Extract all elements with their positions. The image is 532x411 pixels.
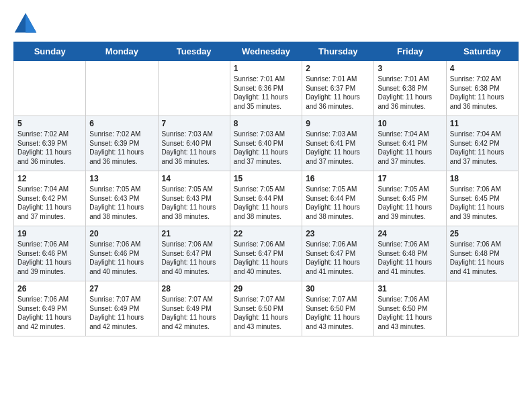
calendar-cell: 25Sunrise: 7:06 AM Sunset: 6:48 PM Dayli… xyxy=(446,226,518,281)
day-info: Sunrise: 7:02 AM Sunset: 6:39 PM Dayligh… xyxy=(17,130,82,166)
day-number: 28 xyxy=(162,284,226,293)
calendar-cell: 29Sunrise: 7:07 AM Sunset: 6:50 PM Dayli… xyxy=(230,281,302,336)
day-number: 12 xyxy=(17,174,82,183)
calendar-cell: 24Sunrise: 7:06 AM Sunset: 6:48 PM Dayli… xyxy=(374,226,446,281)
calendar-week-row: 5Sunrise: 7:02 AM Sunset: 6:39 PM Daylig… xyxy=(14,116,519,171)
day-number: 30 xyxy=(306,284,370,293)
calendar-cell: 19Sunrise: 7:06 AM Sunset: 6:46 PM Dayli… xyxy=(14,226,86,281)
day-info: Sunrise: 7:05 AM Sunset: 6:43 PM Dayligh… xyxy=(162,185,226,221)
weekday-header-thursday: Thursday xyxy=(302,42,374,61)
calendar-cell: 18Sunrise: 7:06 AM Sunset: 6:45 PM Dayli… xyxy=(446,171,518,226)
day-info: Sunrise: 7:06 AM Sunset: 6:47 PM Dayligh… xyxy=(162,240,226,276)
header xyxy=(13,11,519,35)
day-number: 22 xyxy=(234,229,298,238)
calendar-cell: 23Sunrise: 7:06 AM Sunset: 6:47 PM Dayli… xyxy=(302,226,374,281)
day-number: 24 xyxy=(378,229,442,238)
calendar-header-row: SundayMondayTuesdayWednesdayThursdayFrid… xyxy=(14,42,519,61)
calendar-cell: 8Sunrise: 7:03 AM Sunset: 6:40 PM Daylig… xyxy=(230,116,302,171)
calendar-cell xyxy=(158,61,230,116)
calendar-cell xyxy=(446,281,518,336)
day-number: 9 xyxy=(306,119,370,128)
page: SundayMondayTuesdayWednesdayThursdayFrid… xyxy=(0,0,532,411)
svg-marker-1 xyxy=(26,13,36,33)
day-info: Sunrise: 7:06 AM Sunset: 6:46 PM Dayligh… xyxy=(89,240,154,276)
calendar-cell: 27Sunrise: 7:07 AM Sunset: 6:49 PM Dayli… xyxy=(86,281,158,336)
day-info: Sunrise: 7:06 AM Sunset: 6:50 PM Dayligh… xyxy=(378,295,442,331)
weekday-header-tuesday: Tuesday xyxy=(158,42,230,61)
day-info: Sunrise: 7:01 AM Sunset: 6:37 PM Dayligh… xyxy=(306,75,370,111)
calendar-cell: 2Sunrise: 7:01 AM Sunset: 6:37 PM Daylig… xyxy=(302,61,374,116)
calendar-cell: 31Sunrise: 7:06 AM Sunset: 6:50 PM Dayli… xyxy=(374,281,446,336)
calendar-cell: 22Sunrise: 7:06 AM Sunset: 6:47 PM Dayli… xyxy=(230,226,302,281)
day-number: 13 xyxy=(89,174,154,183)
day-number: 7 xyxy=(162,119,226,128)
day-info: Sunrise: 7:07 AM Sunset: 6:50 PM Dayligh… xyxy=(306,295,370,331)
calendar-week-row: 19Sunrise: 7:06 AM Sunset: 6:46 PM Dayli… xyxy=(14,226,519,281)
calendar-week-row: 12Sunrise: 7:04 AM Sunset: 6:42 PM Dayli… xyxy=(14,171,519,226)
day-number: 14 xyxy=(162,174,226,183)
day-info: Sunrise: 7:07 AM Sunset: 6:49 PM Dayligh… xyxy=(162,295,226,331)
calendar-table: SundayMondayTuesdayWednesdayThursdayFrid… xyxy=(13,42,519,336)
calendar-cell xyxy=(14,61,86,116)
calendar-cell: 21Sunrise: 7:06 AM Sunset: 6:47 PM Dayli… xyxy=(158,226,230,281)
day-number: 2 xyxy=(306,64,370,73)
calendar-cell: 16Sunrise: 7:05 AM Sunset: 6:44 PM Dayli… xyxy=(302,171,374,226)
day-info: Sunrise: 7:06 AM Sunset: 6:49 PM Dayligh… xyxy=(17,295,82,331)
day-number: 6 xyxy=(89,119,154,128)
day-info: Sunrise: 7:06 AM Sunset: 6:46 PM Dayligh… xyxy=(17,240,82,276)
calendar-cell: 15Sunrise: 7:05 AM Sunset: 6:44 PM Dayli… xyxy=(230,171,302,226)
day-number: 21 xyxy=(162,229,226,238)
day-number: 26 xyxy=(17,284,82,293)
day-number: 10 xyxy=(378,119,442,128)
day-info: Sunrise: 7:03 AM Sunset: 6:41 PM Dayligh… xyxy=(306,130,370,166)
day-info: Sunrise: 7:06 AM Sunset: 6:48 PM Dayligh… xyxy=(378,240,442,276)
day-info: Sunrise: 7:06 AM Sunset: 6:45 PM Dayligh… xyxy=(450,185,515,221)
calendar-cell: 12Sunrise: 7:04 AM Sunset: 6:42 PM Dayli… xyxy=(14,171,86,226)
calendar-cell: 4Sunrise: 7:02 AM Sunset: 6:38 PM Daylig… xyxy=(446,61,518,116)
day-number: 15 xyxy=(234,174,298,183)
calendar-week-row: 26Sunrise: 7:06 AM Sunset: 6:49 PM Dayli… xyxy=(14,281,519,336)
day-number: 31 xyxy=(378,284,442,293)
calendar-cell: 10Sunrise: 7:04 AM Sunset: 6:41 PM Dayli… xyxy=(374,116,446,171)
calendar-cell xyxy=(86,61,158,116)
day-number: 8 xyxy=(234,119,298,128)
weekday-header-friday: Friday xyxy=(374,42,446,61)
day-info: Sunrise: 7:04 AM Sunset: 6:42 PM Dayligh… xyxy=(450,130,515,166)
day-info: Sunrise: 7:06 AM Sunset: 6:47 PM Dayligh… xyxy=(234,240,298,276)
day-number: 29 xyxy=(234,284,298,293)
weekday-header-monday: Monday xyxy=(86,42,158,61)
day-number: 27 xyxy=(89,284,154,293)
logo xyxy=(13,11,40,35)
day-number: 25 xyxy=(450,229,515,238)
weekday-header-wednesday: Wednesday xyxy=(230,42,302,61)
day-info: Sunrise: 7:01 AM Sunset: 6:36 PM Dayligh… xyxy=(234,75,298,111)
calendar-cell: 17Sunrise: 7:05 AM Sunset: 6:45 PM Dayli… xyxy=(374,171,446,226)
day-number: 18 xyxy=(450,174,515,183)
calendar-cell: 7Sunrise: 7:03 AM Sunset: 6:40 PM Daylig… xyxy=(158,116,230,171)
weekday-header-sunday: Sunday xyxy=(14,42,86,61)
day-number: 19 xyxy=(17,229,82,238)
calendar-cell: 3Sunrise: 7:01 AM Sunset: 6:38 PM Daylig… xyxy=(374,61,446,116)
calendar-cell: 11Sunrise: 7:04 AM Sunset: 6:42 PM Dayli… xyxy=(446,116,518,171)
calendar-week-row: 1Sunrise: 7:01 AM Sunset: 6:36 PM Daylig… xyxy=(14,61,519,116)
day-number: 17 xyxy=(378,174,442,183)
calendar-cell: 13Sunrise: 7:05 AM Sunset: 6:43 PM Dayli… xyxy=(86,171,158,226)
day-number: 1 xyxy=(234,64,298,73)
calendar-cell: 28Sunrise: 7:07 AM Sunset: 6:49 PM Dayli… xyxy=(158,281,230,336)
day-number: 4 xyxy=(450,64,515,73)
day-info: Sunrise: 7:05 AM Sunset: 6:44 PM Dayligh… xyxy=(234,185,298,221)
day-info: Sunrise: 7:05 AM Sunset: 6:44 PM Dayligh… xyxy=(306,185,370,221)
day-number: 16 xyxy=(306,174,370,183)
day-info: Sunrise: 7:04 AM Sunset: 6:42 PM Dayligh… xyxy=(17,185,82,221)
calendar-cell: 6Sunrise: 7:02 AM Sunset: 6:39 PM Daylig… xyxy=(86,116,158,171)
day-info: Sunrise: 7:02 AM Sunset: 6:39 PM Dayligh… xyxy=(89,130,154,166)
day-info: Sunrise: 7:01 AM Sunset: 6:38 PM Dayligh… xyxy=(378,75,442,111)
day-info: Sunrise: 7:07 AM Sunset: 6:50 PM Dayligh… xyxy=(234,295,298,331)
calendar-cell: 30Sunrise: 7:07 AM Sunset: 6:50 PM Dayli… xyxy=(302,281,374,336)
calendar-cell: 9Sunrise: 7:03 AM Sunset: 6:41 PM Daylig… xyxy=(302,116,374,171)
day-number: 23 xyxy=(306,229,370,238)
day-info: Sunrise: 7:05 AM Sunset: 6:43 PM Dayligh… xyxy=(89,185,154,221)
calendar-cell: 20Sunrise: 7:06 AM Sunset: 6:46 PM Dayli… xyxy=(86,226,158,281)
day-number: 11 xyxy=(450,119,515,128)
day-info: Sunrise: 7:03 AM Sunset: 6:40 PM Dayligh… xyxy=(162,130,226,166)
